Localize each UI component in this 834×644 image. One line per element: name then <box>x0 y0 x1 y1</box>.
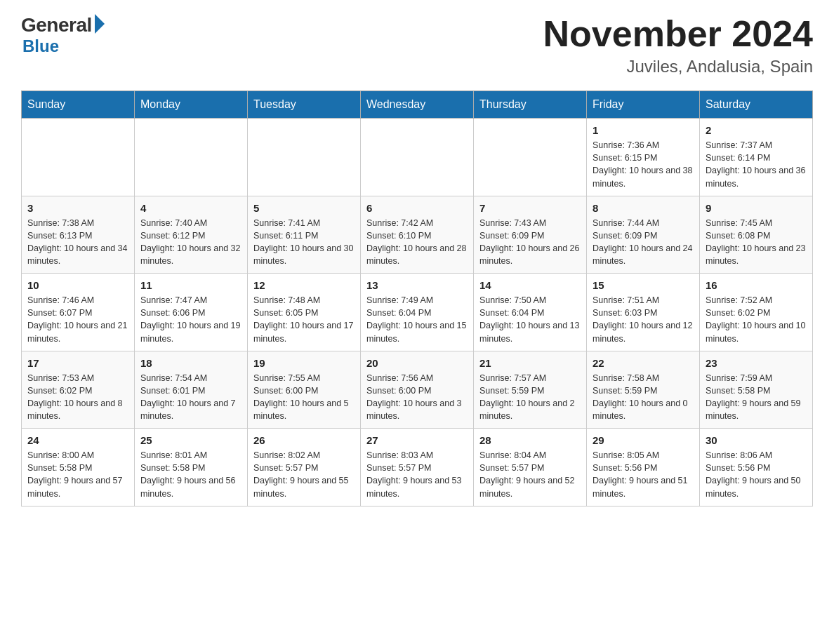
calendar-cell: 18Sunrise: 7:54 AMSunset: 6:01 PMDayligh… <box>135 351 248 429</box>
day-number: 12 <box>253 279 355 291</box>
day-info: Sunrise: 7:46 AMSunset: 6:07 PMDaylight:… <box>27 294 128 345</box>
day-info: Sunrise: 7:43 AMSunset: 6:09 PMDaylight:… <box>479 217 581 268</box>
calendar-cell: 1Sunrise: 7:36 AMSunset: 6:15 PMDaylight… <box>587 119 700 196</box>
day-info: Sunrise: 7:48 AMSunset: 6:05 PMDaylight:… <box>253 294 355 345</box>
day-info: Sunrise: 7:50 AMSunset: 6:04 PMDaylight:… <box>479 294 581 345</box>
calendar-cell: 13Sunrise: 7:49 AMSunset: 6:04 PMDayligh… <box>361 274 474 351</box>
day-number: 9 <box>706 202 807 214</box>
day-info: Sunrise: 7:58 AMSunset: 5:59 PMDaylight:… <box>593 372 694 423</box>
day-number: 8 <box>593 202 694 214</box>
calendar-cell: 19Sunrise: 7:55 AMSunset: 6:00 PMDayligh… <box>248 351 361 429</box>
day-info: Sunrise: 8:05 AMSunset: 5:56 PMDaylight:… <box>593 449 694 500</box>
day-number: 25 <box>140 434 241 446</box>
day-number: 28 <box>479 434 581 446</box>
calendar-cell: 30Sunrise: 8:06 AMSunset: 5:56 PMDayligh… <box>700 429 813 507</box>
weekday-header-monday: Monday <box>135 91 248 119</box>
calendar-cell: 29Sunrise: 8:05 AMSunset: 5:56 PMDayligh… <box>587 429 700 507</box>
day-info: Sunrise: 7:41 AMSunset: 6:11 PMDaylight:… <box>253 217 355 268</box>
calendar-cell: 23Sunrise: 7:59 AMSunset: 5:58 PMDayligh… <box>700 351 813 429</box>
calendar-cell: 27Sunrise: 8:03 AMSunset: 5:57 PMDayligh… <box>361 429 474 507</box>
day-number: 17 <box>27 357 128 369</box>
calendar-cell: 5Sunrise: 7:41 AMSunset: 6:11 PMDaylight… <box>248 196 361 274</box>
calendar-cell: 8Sunrise: 7:44 AMSunset: 6:09 PMDaylight… <box>587 196 700 274</box>
day-number: 21 <box>479 357 581 369</box>
calendar-week-2: 3Sunrise: 7:38 AMSunset: 6:13 PMDaylight… <box>22 196 813 274</box>
day-number: 13 <box>366 279 468 291</box>
calendar-table: SundayMondayTuesdayWednesdayThursdayFrid… <box>21 90 813 507</box>
calendar-cell <box>361 119 474 196</box>
day-info: Sunrise: 8:03 AMSunset: 5:57 PMDaylight:… <box>366 449 468 500</box>
day-number: 11 <box>140 279 241 291</box>
calendar-cell: 7Sunrise: 7:43 AMSunset: 6:09 PMDaylight… <box>474 196 587 274</box>
logo-triangle-icon <box>95 14 105 34</box>
day-number: 15 <box>593 279 694 291</box>
calendar-cell: 16Sunrise: 7:52 AMSunset: 6:02 PMDayligh… <box>700 274 813 351</box>
day-info: Sunrise: 7:57 AMSunset: 5:59 PMDaylight:… <box>479 372 581 423</box>
location-title: Juviles, Andalusia, Spain <box>543 57 813 76</box>
calendar-cell: 21Sunrise: 7:57 AMSunset: 5:59 PMDayligh… <box>474 351 587 429</box>
day-info: Sunrise: 7:51 AMSunset: 6:03 PMDaylight:… <box>593 294 694 345</box>
day-number: 27 <box>366 434 468 446</box>
day-info: Sunrise: 7:59 AMSunset: 5:58 PMDaylight:… <box>706 372 807 423</box>
calendar-cell: 12Sunrise: 7:48 AMSunset: 6:05 PMDayligh… <box>248 274 361 351</box>
weekday-header-tuesday: Tuesday <box>248 91 361 119</box>
day-number: 23 <box>706 357 807 369</box>
day-number: 4 <box>140 202 241 214</box>
day-info: Sunrise: 7:38 AMSunset: 6:13 PMDaylight:… <box>27 217 128 268</box>
day-info: Sunrise: 7:53 AMSunset: 6:02 PMDaylight:… <box>27 372 128 423</box>
day-info: Sunrise: 8:00 AMSunset: 5:58 PMDaylight:… <box>27 449 128 500</box>
day-number: 7 <box>479 202 581 214</box>
day-info: Sunrise: 7:44 AMSunset: 6:09 PMDaylight:… <box>593 217 694 268</box>
day-number: 20 <box>366 357 468 369</box>
day-info: Sunrise: 7:37 AMSunset: 6:14 PMDaylight:… <box>706 139 807 190</box>
day-info: Sunrise: 7:55 AMSunset: 6:00 PMDaylight:… <box>253 372 355 423</box>
weekday-header-friday: Friday <box>587 91 700 119</box>
calendar-cell <box>22 119 135 196</box>
day-number: 14 <box>479 279 581 291</box>
calendar-cell: 4Sunrise: 7:40 AMSunset: 6:12 PMDaylight… <box>135 196 248 274</box>
calendar-week-4: 17Sunrise: 7:53 AMSunset: 6:02 PMDayligh… <box>22 351 813 429</box>
day-number: 24 <box>27 434 128 446</box>
calendar-cell: 26Sunrise: 8:02 AMSunset: 5:57 PMDayligh… <box>248 429 361 507</box>
calendar-week-5: 24Sunrise: 8:00 AMSunset: 5:58 PMDayligh… <box>22 429 813 507</box>
logo: General Blue <box>21 14 105 56</box>
day-info: Sunrise: 8:04 AMSunset: 5:57 PMDaylight:… <box>479 449 581 500</box>
day-number: 6 <box>366 202 468 214</box>
calendar-cell: 15Sunrise: 7:51 AMSunset: 6:03 PMDayligh… <box>587 274 700 351</box>
day-info: Sunrise: 7:54 AMSunset: 6:01 PMDaylight:… <box>140 372 241 423</box>
calendar-cell: 28Sunrise: 8:04 AMSunset: 5:57 PMDayligh… <box>474 429 587 507</box>
calendar-cell <box>248 119 361 196</box>
day-info: Sunrise: 7:45 AMSunset: 6:08 PMDaylight:… <box>706 217 807 268</box>
day-number: 3 <box>27 202 128 214</box>
logo-blue-text: Blue <box>22 36 59 56</box>
calendar-cell: 9Sunrise: 7:45 AMSunset: 6:08 PMDaylight… <box>700 196 813 274</box>
day-info: Sunrise: 7:36 AMSunset: 6:15 PMDaylight:… <box>593 139 694 190</box>
day-info: Sunrise: 7:40 AMSunset: 6:12 PMDaylight:… <box>140 217 241 268</box>
day-info: Sunrise: 8:02 AMSunset: 5:57 PMDaylight:… <box>253 449 355 500</box>
day-info: Sunrise: 8:01 AMSunset: 5:58 PMDaylight:… <box>140 449 241 500</box>
calendar-cell: 14Sunrise: 7:50 AMSunset: 6:04 PMDayligh… <box>474 274 587 351</box>
day-info: Sunrise: 7:42 AMSunset: 6:10 PMDaylight:… <box>366 217 468 268</box>
day-info: Sunrise: 7:49 AMSunset: 6:04 PMDaylight:… <box>366 294 468 345</box>
calendar-cell <box>135 119 248 196</box>
logo-general-text: General <box>21 14 92 36</box>
weekday-header-sunday: Sunday <box>22 91 135 119</box>
day-number: 30 <box>706 434 807 446</box>
day-number: 18 <box>140 357 241 369</box>
day-info: Sunrise: 7:56 AMSunset: 6:00 PMDaylight:… <box>366 372 468 423</box>
day-info: Sunrise: 8:06 AMSunset: 5:56 PMDaylight:… <box>706 449 807 500</box>
day-number: 29 <box>593 434 694 446</box>
day-number: 22 <box>593 357 694 369</box>
calendar-cell: 11Sunrise: 7:47 AMSunset: 6:06 PMDayligh… <box>135 274 248 351</box>
calendar-cell: 3Sunrise: 7:38 AMSunset: 6:13 PMDaylight… <box>22 196 135 274</box>
calendar-header-row: SundayMondayTuesdayWednesdayThursdayFrid… <box>22 91 813 119</box>
calendar-cell: 22Sunrise: 7:58 AMSunset: 5:59 PMDayligh… <box>587 351 700 429</box>
month-title: November 2024 <box>543 14 813 54</box>
calendar-cell: 6Sunrise: 7:42 AMSunset: 6:10 PMDaylight… <box>361 196 474 274</box>
calendar-week-3: 10Sunrise: 7:46 AMSunset: 6:07 PMDayligh… <box>22 274 813 351</box>
weekday-header-thursday: Thursday <box>474 91 587 119</box>
calendar-week-1: 1Sunrise: 7:36 AMSunset: 6:15 PMDaylight… <box>22 119 813 196</box>
day-number: 10 <box>27 279 128 291</box>
weekday-header-wednesday: Wednesday <box>361 91 474 119</box>
day-number: 1 <box>593 124 694 136</box>
